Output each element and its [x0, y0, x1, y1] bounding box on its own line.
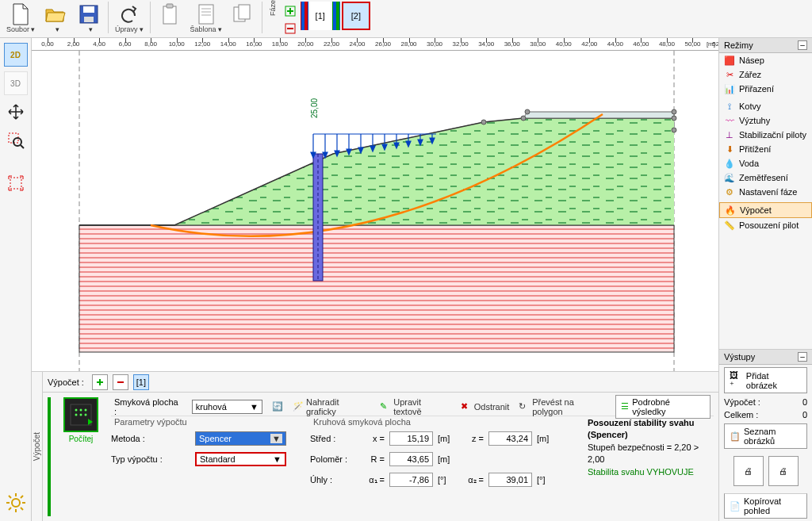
method-select[interactable]: Spencer▼: [195, 431, 286, 446]
svg-rect-1: [83, 6, 94, 13]
view-2d-button[interactable]: 2D: [4, 43, 28, 67]
mode-label: Voda: [739, 159, 759, 168]
svg-rect-3: [163, 6, 176, 24]
settings-button[interactable]: [4, 491, 28, 515]
mode-icon: 💧: [724, 159, 735, 168]
mode-item-7[interactable]: 💧Voda: [719, 156, 812, 170]
mode-item-4[interactable]: 〰Výztuhy: [719, 113, 812, 128]
remove-calc-button[interactable]: [113, 374, 128, 390]
refresh-button[interactable]: 🔄: [272, 401, 283, 412]
details-button[interactable]: ☰Podrobné výsledky: [615, 395, 710, 419]
add-image-icon: 🖼⁺: [730, 370, 743, 390]
center-z-input[interactable]: [488, 431, 532, 446]
print-button-2[interactable]: 🖨: [768, 456, 799, 486]
add-image-button[interactable]: 🖼⁺ Přidat obrázek: [724, 367, 807, 393]
btn-clipboard[interactable]: [154, 2, 186, 27]
mode-icon: 🌊: [724, 173, 735, 182]
pencil-icon: ✎: [380, 401, 391, 412]
replace-graphically-button[interactable]: 🪄Nahradit graficky: [293, 397, 370, 416]
pan-button[interactable]: [4, 100, 28, 124]
svg-point-67: [85, 414, 87, 416]
svg-point-65: [75, 414, 78, 416]
mode-item-11[interactable]: 📏Posouzení pilot: [719, 218, 812, 232]
cross-section-drawing[interactable]: 25,00: [32, 51, 718, 371]
alpha1-input[interactable]: [389, 473, 433, 487]
phase-label-group: Fáze: [266, 2, 280, 16]
convert-polygon-button[interactable]: ↻Převést na polygon: [519, 397, 606, 416]
params-column: Parametry výpočtu Metoda : Spencer▼ Typ …: [111, 417, 286, 488]
menu-open[interactable]: [40, 2, 71, 33]
menu-edit[interactable]: Úpravy: [112, 2, 147, 33]
svg-rect-5: [199, 5, 213, 24]
mode-label: Nastavení fáze: [739, 187, 797, 197]
mode-item-6[interactable]: ⬇Přitížení: [719, 142, 812, 156]
left-sidebar: 2D 3D: [0, 38, 32, 521]
svg-point-17: [13, 138, 21, 146]
zoom-window-button[interactable]: [4, 128, 28, 152]
mode-label: Násep: [739, 56, 764, 65]
menu-save[interactable]: [73, 2, 105, 33]
phase-2-button[interactable]: [2]: [342, 2, 370, 30]
collapse-modes-button[interactable]: –: [798, 40, 807, 50]
svg-rect-2: [84, 17, 94, 22]
calculate-icon: [63, 397, 98, 432]
slip-surface-select[interactable]: kruhová▼: [192, 400, 262, 414]
circle-column: Kruhová smyková plocha Střed : x = [m] z…: [310, 417, 556, 488]
mode-item-1[interactable]: ✂Zářez: [719, 67, 812, 82]
copy-view-button[interactable]: 📄 Kopírovat pohled: [724, 493, 807, 519]
mode-item-8[interactable]: 🌊Zemětřesení: [719, 170, 812, 185]
mode-label: Zemětřesení: [739, 173, 788, 182]
mode-icon: 📊: [724, 84, 735, 94]
phase-1-indicator: [301, 2, 308, 30]
calculate-button[interactable]: Počítej: [57, 397, 105, 516]
add-calc-button[interactable]: [92, 374, 108, 390]
menu-template[interactable]: Šablona: [187, 2, 225, 33]
convert-icon: ↻: [519, 401, 530, 412]
mode-item-0[interactable]: 🟥Násep: [719, 53, 812, 67]
svg-point-62: [75, 409, 78, 412]
svg-point-55: [672, 116, 676, 121]
remove-phase-button[interactable]: [283, 21, 297, 36]
view-3d-button[interactable]: 3D: [4, 71, 28, 95]
center-x-input[interactable]: [389, 431, 433, 446]
radius-input[interactable]: [389, 452, 433, 466]
printer-icon: 🖨: [744, 466, 753, 476]
svg-point-57: [672, 128, 676, 132]
svg-line-18: [21, 145, 24, 148]
delete-button[interactable]: ✖Odstranit: [461, 401, 510, 412]
svg-line-26: [21, 508, 23, 510]
menu-file[interactable]: Soubor: [3, 2, 38, 33]
mode-item-5[interactable]: ⊥Stabilizační piloty: [719, 128, 812, 142]
refresh-icon: 🔄: [272, 401, 283, 412]
edit-text-button[interactable]: ✎Upravit textově: [380, 397, 450, 416]
folder-open-icon: [43, 2, 68, 27]
copy-doc-icon: [230, 2, 255, 27]
details-icon: ☰: [621, 401, 629, 412]
svg-rect-19: [10, 178, 21, 189]
mode-item-3[interactable]: ⟟Kotvy: [719, 99, 812, 113]
print-button-1[interactable]: 🖨: [733, 456, 764, 486]
mode-item-9[interactable]: ⚙Nastavení fáze: [719, 185, 812, 199]
calc-tabs: Výpočet : [1]: [43, 372, 718, 393]
phase-1-button[interactable]: [1]: [310, 2, 331, 30]
clipboard-icon: [157, 2, 182, 27]
list-images-button[interactable]: 📋 Seznam obrázků: [724, 423, 807, 449]
calc-type-select[interactable]: Standard▼: [195, 452, 286, 466]
svg-point-53: [521, 116, 526, 121]
phase-add-remove: [282, 2, 299, 38]
phase-2-indicator: [332, 2, 340, 30]
btn-copy-phase[interactable]: [227, 2, 259, 27]
mode-item-10[interactable]: 🔥Výpočet: [719, 202, 812, 218]
svg-point-66: [80, 414, 82, 416]
alpha2-input[interactable]: [488, 473, 532, 487]
svg-line-28: [21, 496, 23, 498]
mode-label: Stabilizační piloty: [739, 130, 806, 140]
undo-icon: [117, 2, 142, 27]
svg-point-63: [80, 409, 82, 412]
calc-tab-1[interactable]: [1]: [133, 374, 149, 390]
fit-view-button[interactable]: [4, 171, 28, 195]
add-phase-button[interactable]: [283, 4, 297, 18]
canvas-area: [m] 0,002,004,006,008,0010,0012,0014,001…: [32, 38, 718, 371]
collapse-outputs-button[interactable]: –: [798, 352, 807, 362]
mode-item-2[interactable]: 📊Přiřazení: [719, 82, 812, 96]
